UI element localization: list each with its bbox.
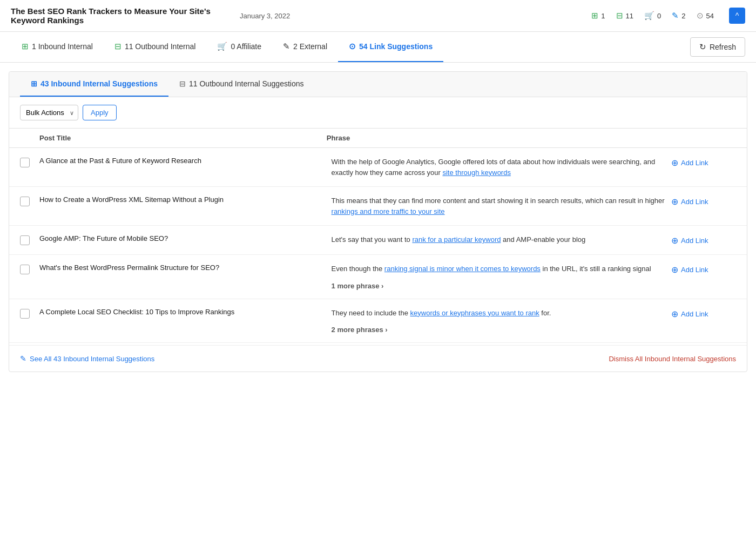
stat-affiliate: 🛒 0 [644, 11, 661, 21]
sub-tab-outbound-suggestions[interactable]: ⊟ 11 Outbound Internal Suggestions [168, 72, 315, 97]
link-stat-count: 54 [706, 12, 714, 20]
row-2-phrase: This means that they can find more conte… [332, 195, 671, 217]
actions-bar: Bulk Actions Apply [9, 97, 747, 129]
row-2-action: ⊕ Add Link [671, 195, 736, 207]
row-3-add-link-button[interactable]: ⊕ Add Link [671, 234, 736, 246]
stat-outbound: ⊟ 11 [616, 11, 633, 21]
tab-external-icon: ✎ [283, 42, 290, 51]
sub-tab-bar: ⊞ 43 Inbound Internal Suggestions ⊟ 11 O… [9, 72, 747, 97]
sub-tab-inbound-label: 43 Inbound Internal Suggestions [40, 79, 158, 88]
inbound-stat-count: 1 [601, 12, 605, 20]
row-4-phrase-text: Even though the ranking signal is minor … [332, 264, 671, 274]
bulk-actions-wrapper: Bulk Actions [20, 105, 78, 120]
tab-outbound-label: 11 Outbound Internal [125, 42, 196, 51]
add-link-icon-3: ⊕ [671, 235, 678, 246]
row-1-add-link-button[interactable]: ⊕ Add Link [671, 157, 736, 168]
sub-tab-inbound-suggestions[interactable]: ⊞ 43 Inbound Internal Suggestions [20, 72, 168, 97]
link-stat-icon: ⊙ [697, 11, 704, 21]
row-3-checkbox[interactable] [20, 235, 30, 245]
add-link-icon: ⊕ [671, 158, 678, 168]
row-5-more-phrases[interactable]: 2 more phrases › [332, 326, 388, 334]
row-2-add-link-label: Add Link [681, 198, 708, 206]
refresh-button[interactable]: ↻ Refresh [690, 37, 745, 57]
row-3-phrase-link[interactable]: rank for a particular keyword [412, 235, 501, 244]
table-row: A Glance at the Past & Future of Keyword… [9, 148, 747, 187]
table-row: A Complete Local SEO Checklist: 10 Tips … [9, 299, 747, 343]
row-2-checkbox[interactable] [20, 197, 30, 206]
refresh-label: Refresh [710, 43, 736, 51]
top-bar-stats: ⊞ 1 ⊟ 11 🛒 0 ✎ 2 ⊙ 54 ^ [591, 8, 745, 24]
row-1-check-col [20, 157, 39, 167]
table-footer: ✎ See All 43 Inbound Internal Suggestion… [9, 345, 747, 372]
row-1-phrase-text: With the help of Google Analytics, Googl… [332, 158, 656, 177]
table-header: Post Title Phrase [9, 129, 747, 148]
row-5-checkbox[interactable] [20, 309, 30, 319]
row-4-more-phrases[interactable]: 1 more phrase › [332, 282, 384, 290]
row-1-add-link-label: Add Link [681, 159, 708, 167]
tab-inbound-icon: ⊞ [22, 42, 29, 51]
table-row: How to Create a WordPress XML Sitemap Wi… [9, 187, 747, 226]
dismiss-all-link[interactable]: Dismiss All Inbound Internal Suggestions [609, 355, 736, 363]
row-3-phrase-text: Let's say that you want to rank for a pa… [332, 235, 586, 244]
outbound-stat-count: 11 [626, 12, 633, 20]
row-4-phrase: Even though the ranking signal is minor … [332, 264, 671, 290]
see-all-icon: ✎ [20, 354, 26, 363]
row-4-action: ⊕ Add Link [671, 264, 736, 275]
tab-link-icon: ⊙ [349, 42, 356, 51]
sub-tab-outbound-label: 11 Outbound Internal Suggestions [189, 79, 304, 88]
row-1-phrase-link[interactable]: site through keywords [442, 168, 510, 177]
tab-inbound-label: 1 Inbound Internal [32, 42, 93, 51]
row-1-checkbox[interactable] [20, 158, 30, 167]
outbound-stat-icon: ⊟ [616, 11, 623, 21]
row-4-add-link-button[interactable]: ⊕ Add Link [671, 264, 736, 275]
row-1-phrase: With the help of Google Analytics, Googl… [332, 157, 671, 178]
external-stat-icon: ✎ [672, 11, 679, 21]
top-bar: The Best SEO Rank Trackers to Measure Yo… [0, 0, 756, 32]
stat-inbound: ⊞ 1 [591, 11, 605, 21]
row-2-phrase-link[interactable]: rankings and more traffic to your site [332, 207, 445, 215]
tab-outbound-internal[interactable]: ⊟ 11 Outbound Internal [104, 32, 207, 62]
row-3-action: ⊕ Add Link [671, 234, 736, 246]
main-content: ⊞ 43 Inbound Internal Suggestions ⊟ 11 O… [9, 71, 747, 372]
row-5-phrase-text: They need to include the keywords or key… [332, 308, 671, 319]
tab-bar: ⊞ 1 Inbound Internal ⊟ 11 Outbound Inter… [0, 32, 756, 63]
tab-external-label: 2 External [293, 42, 327, 51]
tab-external[interactable]: ✎ 2 External [272, 32, 338, 62]
row-3-post-title: Google AMP: The Future of Mobile SEO? [39, 234, 332, 242]
apply-button[interactable]: Apply [83, 105, 117, 120]
tab-affiliate[interactable]: 🛒 0 Affiliate [206, 32, 272, 62]
row-3-check-col [20, 234, 39, 245]
suggestions-table: Post Title Phrase A Glance at the Past &… [9, 129, 747, 343]
sub-tab-outbound-icon: ⊟ [179, 79, 186, 88]
bulk-actions-select[interactable]: Bulk Actions [20, 105, 78, 120]
row-5-phrase-link[interactable]: keywords or keyphrases you want to rank [410, 309, 539, 317]
row-4-checkbox[interactable] [20, 265, 30, 274]
add-link-icon-5: ⊕ [671, 309, 678, 319]
inbound-stat-icon: ⊞ [591, 11, 598, 21]
row-4-phrase-link[interactable]: ranking signal is minor when it comes to… [384, 265, 541, 273]
affiliate-stat-icon: 🛒 [644, 11, 654, 21]
tab-affiliate-icon: 🛒 [217, 42, 227, 51]
page-date: January 3, 2022 [240, 12, 290, 20]
row-2-check-col [20, 195, 39, 206]
row-4-check-col [20, 264, 39, 274]
sub-tab-inbound-icon: ⊞ [31, 79, 37, 88]
refresh-icon: ↻ [699, 42, 706, 52]
row-2-add-link-button[interactable]: ⊕ Add Link [671, 195, 736, 207]
row-5-add-link-button[interactable]: ⊕ Add Link [671, 308, 736, 319]
page-title: The Best SEO Rank Trackers to Measure Yo… [11, 6, 227, 25]
row-2-phrase-text: This means that they can find more conte… [332, 197, 665, 215]
see-all-link[interactable]: ✎ See All 43 Inbound Internal Suggestion… [20, 354, 154, 363]
row-2-post-title: How to Create a WordPress XML Sitemap Wi… [39, 195, 332, 204]
row-4-post-title: What's the Best WordPress Permalink Stru… [39, 264, 332, 272]
collapse-button[interactable]: ^ [729, 8, 745, 24]
header-phrase: Phrase [327, 134, 671, 142]
row-4-add-link-label: Add Link [681, 266, 708, 274]
add-link-icon-4: ⊕ [671, 265, 678, 275]
external-stat-count: 2 [681, 12, 685, 20]
header-post-title: Post Title [39, 134, 327, 142]
row-5-action: ⊕ Add Link [671, 308, 736, 319]
tab-inbound-internal[interactable]: ⊞ 1 Inbound Internal [11, 32, 104, 62]
row-3-add-link-label: Add Link [681, 237, 708, 245]
tab-link-suggestions[interactable]: ⊙ 54 Link Suggestions [338, 32, 443, 62]
